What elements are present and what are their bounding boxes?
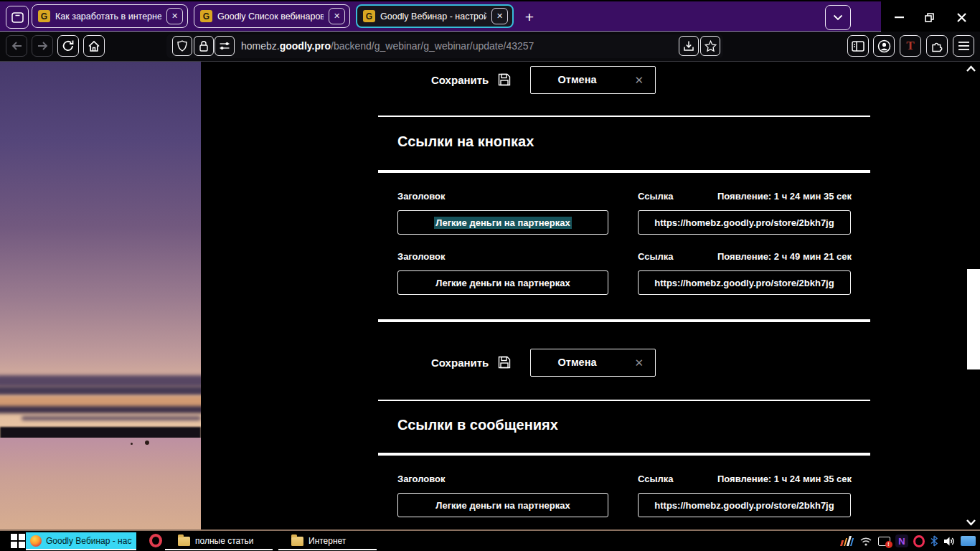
taskbar-app-label: Goodly Вебинар - наст... bbox=[46, 536, 132, 546]
windows-logo-icon bbox=[11, 534, 25, 548]
folder-icon bbox=[178, 537, 190, 546]
site-favicon: G bbox=[200, 10, 212, 22]
back-icon bbox=[11, 41, 23, 51]
taskbar-firefox-active[interactable]: Goodly Вебинар - наст... bbox=[26, 532, 136, 549]
button-link-row-2: Заголовок Ссылка Появление: 2 ч 49 мин 2… bbox=[378, 251, 870, 297]
minimize-button[interactable] bbox=[888, 6, 910, 28]
account-button[interactable] bbox=[873, 35, 895, 57]
webinar-settings-form: Сохранить Отмена ✕ Ссылки на кнопках Заг… bbox=[201, 62, 962, 529]
title-label: Заголовок bbox=[397, 251, 446, 262]
tab-close-icon[interactable]: ✕ bbox=[491, 8, 508, 24]
save-cancel-row: Сохранить Отмена ✕ bbox=[378, 349, 870, 377]
tray-display-blue-icon[interactable] bbox=[959, 534, 976, 548]
taskbar-open-underline bbox=[278, 549, 377, 550]
cancel-button[interactable]: Отмена ✕ bbox=[530, 349, 656, 377]
menu-button[interactable] bbox=[953, 35, 974, 57]
title-input[interactable] bbox=[397, 270, 608, 295]
appearance-time: Появление: 1 ч 24 мин 35 сек bbox=[717, 474, 852, 484]
tab-2[interactable]: G Goodly Список вебинаров ✕ bbox=[194, 4, 350, 28]
taskbar-open-underline bbox=[165, 549, 273, 550]
site-favicon: G bbox=[363, 10, 375, 22]
divider bbox=[378, 319, 870, 322]
folder-icon bbox=[291, 537, 303, 546]
tray-display-alert-icon[interactable]: ! bbox=[876, 534, 892, 548]
link-input[interactable] bbox=[638, 493, 851, 517]
tracking-protection-shield-icon[interactable] bbox=[172, 36, 192, 56]
screen: G Как заработать в интернете н ✕ G Goodl… bbox=[0, 0, 980, 551]
floppy-save-icon[interactable] bbox=[497, 355, 512, 369]
tray-n-app-icon[interactable]: N bbox=[894, 534, 910, 548]
url-text[interactable]: homebz.goodly.pro/backend/g_webinar/g_we… bbox=[241, 34, 534, 58]
browser-toolbar: homebz.goodly.pro/backend/g_webinar/g_we… bbox=[0, 32, 980, 62]
tray-wifi-icon[interactable] bbox=[858, 534, 874, 548]
home-icon bbox=[88, 40, 100, 52]
bookmark-star-icon[interactable] bbox=[700, 36, 720, 56]
close-button[interactable] bbox=[951, 6, 972, 28]
restore-button[interactable] bbox=[918, 6, 940, 28]
new-tab-button[interactable]: + bbox=[519, 7, 540, 27]
title-label: Заголовок bbox=[397, 474, 446, 484]
browser-tab-bar: G Как заработать в интернете н ✕ G Goodl… bbox=[0, 0, 980, 32]
lock-icon[interactable] bbox=[194, 36, 214, 56]
title-input[interactable] bbox=[397, 493, 608, 517]
tab-1[interactable]: G Как заработать в интернете н ✕ bbox=[32, 4, 188, 28]
forward-button[interactable] bbox=[32, 35, 53, 57]
link-input[interactable] bbox=[638, 210, 851, 235]
sidebar-icon bbox=[852, 41, 864, 52]
firefox-view-icon bbox=[11, 12, 24, 23]
scroll-up-icon[interactable] bbox=[964, 63, 978, 75]
home-button[interactable] bbox=[83, 35, 105, 57]
tab-title: Goodly Список вебинаров bbox=[217, 11, 324, 22]
tab-close-icon[interactable]: ✕ bbox=[166, 8, 183, 24]
back-button[interactable] bbox=[6, 35, 27, 57]
windows-taskbar: Goodly Вебинар - наст... полные статьи И… bbox=[0, 529, 980, 551]
buoy-dot bbox=[131, 443, 133, 445]
cancel-x-icon: ✕ bbox=[634, 67, 644, 93]
reload-button[interactable] bbox=[57, 35, 79, 57]
floppy-save-icon[interactable] bbox=[497, 72, 512, 87]
sidebars-button[interactable] bbox=[847, 35, 869, 57]
save-button[interactable]: Сохранить bbox=[431, 349, 489, 377]
tab-3-active[interactable]: G Goodly Вебинар - настройка ✕ bbox=[356, 4, 514, 28]
save-page-icon[interactable] bbox=[679, 36, 699, 56]
section-heading-buttons: Ссылки на кнопках bbox=[397, 133, 534, 150]
extensions-button[interactable] bbox=[926, 35, 948, 57]
firefox-view-button[interactable] bbox=[6, 6, 29, 29]
taskbar-folder-internet[interactable]: Интернет bbox=[291, 534, 346, 548]
permissions-icon[interactable] bbox=[215, 36, 235, 56]
firefox-icon bbox=[30, 535, 42, 547]
url-domain: goodly.pro bbox=[280, 40, 331, 52]
taskbar-folder-full-articles[interactable]: полные статьи bbox=[178, 534, 253, 548]
link-input[interactable] bbox=[638, 270, 851, 295]
t-extension-icon: T bbox=[906, 39, 914, 53]
cancel-button-label: Отмена bbox=[531, 67, 623, 93]
scroll-down-icon[interactable] bbox=[964, 517, 978, 528]
divider bbox=[378, 170, 870, 173]
appearance-time: Появление: 2 ч 49 мин 21 сек bbox=[717, 251, 852, 262]
tray-wifi-analyzer-icon[interactable] bbox=[839, 534, 855, 548]
cancel-x-icon: ✕ bbox=[634, 349, 644, 376]
save-button[interactable]: Сохранить bbox=[431, 66, 489, 95]
link-label: Ссылка bbox=[638, 251, 674, 262]
tray-red-circle-app-icon[interactable] bbox=[911, 534, 927, 548]
scrollbar-thumb[interactable] bbox=[967, 269, 980, 369]
forward-icon bbox=[37, 41, 49, 51]
cancel-button-label: Отмена bbox=[531, 349, 623, 376]
tray-volume-icon[interactable] bbox=[941, 534, 957, 548]
taskbar-active-underline bbox=[26, 549, 136, 550]
divider bbox=[378, 400, 870, 401]
buoy-dot bbox=[145, 441, 149, 445]
reload-icon bbox=[62, 39, 75, 52]
water bbox=[0, 438, 201, 529]
list-all-tabs-button[interactable] bbox=[825, 5, 851, 30]
url-path: /backend/g_webinar/g_webinar/update/4325… bbox=[331, 40, 534, 52]
vertical-scrollbar[interactable] bbox=[962, 62, 980, 529]
title-input[interactable]: Легкие деньги на партнерках bbox=[397, 210, 608, 235]
sunset-background-image bbox=[0, 62, 201, 529]
url-bar[interactable]: homebz.goodly.pro/backend/g_webinar/g_we… bbox=[166, 34, 723, 58]
tab-close-icon[interactable]: ✕ bbox=[329, 8, 345, 24]
cancel-button[interactable]: Отмена ✕ bbox=[530, 66, 656, 94]
extension-t-button[interactable]: T bbox=[900, 35, 921, 57]
tray-bluetooth-icon[interactable] bbox=[927, 534, 941, 548]
taskbar-opera[interactable] bbox=[149, 534, 162, 547]
